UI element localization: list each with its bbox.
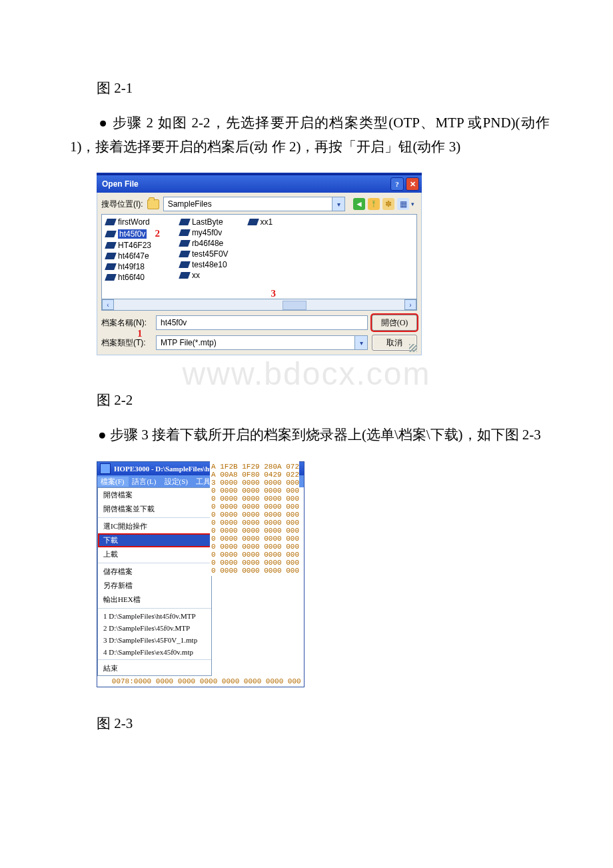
up-icon[interactable]: ⭱ bbox=[368, 198, 380, 210]
chevron-down-icon[interactable]: ▾ bbox=[354, 336, 367, 349]
menu-item[interactable]: 開啓檔案並下載 bbox=[98, 502, 211, 516]
file-item[interactable]: ht66f40 bbox=[106, 273, 160, 282]
file-icon bbox=[179, 272, 191, 279]
file-icon bbox=[105, 231, 117, 237]
file-icon bbox=[105, 219, 117, 225]
menu-item[interactable]: 另存新檔 bbox=[98, 579, 211, 593]
paragraph-step2: ● 步骤 2 如图 2-2，先选择要开启的档案类型(OTP、MTP 或PND)(… bbox=[0, 111, 613, 159]
menu-item[interactable]: 上載 bbox=[98, 547, 211, 561]
dialog-title: Open File bbox=[102, 179, 139, 189]
file-item-selected[interactable]: ht45f0v2 bbox=[106, 228, 160, 239]
file-item[interactable]: firstWord bbox=[106, 217, 160, 227]
menu-item-recent[interactable]: 4 D:\SampleFiles\ex45f0v.mtp bbox=[98, 646, 211, 658]
caption-fig22: 图 2-2 bbox=[0, 391, 613, 409]
scroll-thumb[interactable] bbox=[283, 301, 306, 310]
file-icon bbox=[105, 242, 117, 249]
file-item[interactable]: rb46f48e bbox=[180, 239, 229, 248]
file-icon bbox=[105, 274, 117, 281]
file-icon bbox=[179, 261, 191, 268]
file-icon bbox=[179, 229, 191, 236]
caption-fig23: 图 2-3 bbox=[0, 714, 613, 733]
menu-file[interactable]: 檔案(F) bbox=[97, 477, 129, 487]
menu-item[interactable]: 開啓檔案 bbox=[98, 488, 211, 502]
app-icon bbox=[100, 463, 111, 474]
file-item[interactable]: HT46F23 bbox=[106, 241, 160, 250]
close-button[interactable]: ✕ bbox=[406, 177, 419, 191]
file-icon bbox=[105, 253, 117, 259]
file-icon bbox=[179, 251, 191, 257]
menu-item-recent[interactable]: 3 D:\SampleFiles\45F0V_1.mtp bbox=[98, 634, 211, 646]
menu-item-exit[interactable]: 結束 bbox=[98, 661, 211, 675]
file-menu-dropdown[interactable]: 開啓檔案 開啓檔案並下載 選IC開始操作 下載 上載 儲存檔案 另存新檔 輸出H… bbox=[97, 487, 212, 676]
look-in-label: 搜尋位置(I): bbox=[101, 199, 143, 210]
filename-input[interactable]: ht45f0v bbox=[156, 315, 368, 330]
annotation-2: 2 bbox=[155, 228, 160, 239]
dialog-titlebar: Open File ? ✕ bbox=[97, 175, 422, 193]
annotation-1: 1 bbox=[137, 328, 143, 339]
open-button[interactable]: 開啓(O) bbox=[372, 315, 417, 331]
h-scrollbar[interactable]: ‹ 3 › bbox=[101, 299, 417, 311]
scroll-right[interactable]: › bbox=[404, 299, 416, 310]
help-button[interactable]: ? bbox=[390, 177, 404, 191]
menu-item[interactable]: 選IC開始操作 bbox=[98, 519, 211, 533]
annotation-3: 3 bbox=[271, 288, 276, 299]
filetype-label: 档案類型(T): 1 bbox=[101, 337, 152, 349]
new-folder-icon[interactable]: ✽ bbox=[382, 198, 394, 210]
look-in-value: SampleFiles bbox=[168, 199, 212, 209]
hex-view: A 1F2B 1F29 280A 072 A 00A8 0F80 0429 02… bbox=[210, 461, 299, 576]
watermark: www.bdocx.com bbox=[0, 355, 613, 392]
caption-fig21: 图 2-1 bbox=[0, 79, 613, 97]
back-icon[interactable]: ◄ bbox=[353, 198, 365, 210]
file-icon bbox=[105, 263, 117, 270]
look-in-combo[interactable]: SampleFiles ▾ bbox=[163, 197, 345, 211]
file-icon bbox=[179, 219, 191, 225]
filename-label: 档案名稱(N): bbox=[101, 317, 152, 329]
menu-lang[interactable]: 語言(L) bbox=[129, 477, 161, 487]
file-item[interactable]: xx1 bbox=[249, 217, 273, 227]
view-icon[interactable]: ▦ bbox=[397, 198, 409, 210]
filetype-combo[interactable]: MTP File(*.mtp) ▾ bbox=[156, 335, 368, 350]
chevron-down-icon[interactable]: ▾ bbox=[332, 197, 344, 211]
paragraph-step3-text: ● 步骤 3 接着下载所开启的档案到烧录器上(选单\档案\下载)，如下图 2-3 bbox=[98, 427, 541, 443]
paragraph-step3: ● 步骤 3 接着下载所开启的档案到烧录器上(选单\档案\下载)，如下图 2-3 bbox=[0, 423, 613, 447]
hex-row-bottom: 0078:0000 0000 0000 0000 0000 0000 0000 … bbox=[97, 676, 304, 687]
paragraph-step2-text: ● 步骤 2 如图 2-2，先选择要开启的档案类型(OTP、MTP 或PND)(… bbox=[70, 115, 550, 155]
file-item[interactable]: xx bbox=[180, 271, 229, 280]
file-item[interactable]: ht49f18 bbox=[106, 262, 160, 271]
menu-item-recent[interactable]: 2 D:\SampleFiles\45f0v.MTP bbox=[98, 622, 211, 634]
file-icon bbox=[247, 219, 259, 225]
file-item[interactable]: test48e10 bbox=[180, 260, 229, 269]
menu-item-recent[interactable]: 1 D:\SampleFiles\ht45f0v.MTP bbox=[98, 610, 211, 622]
scroll-left[interactable]: ‹ bbox=[102, 299, 114, 310]
open-file-dialog: Open File ? ✕ 搜尋位置(I): SampleFiles ▾ ◄ bbox=[97, 173, 422, 355]
file-item[interactable]: ht46f47e bbox=[106, 251, 160, 261]
menu-item[interactable]: 輸出HEX檔 bbox=[98, 593, 211, 607]
file-list[interactable]: firstWord ht45f0v2 HT46F23 ht46f47e ht49… bbox=[101, 214, 417, 299]
hope3000-window: HOPE3000 - D:\SampleFiles\ht45f0v.MTP 檔案… bbox=[97, 461, 305, 687]
file-item[interactable]: LastByte bbox=[180, 217, 229, 227]
file-icon bbox=[179, 240, 191, 247]
file-item[interactable]: my45f0v bbox=[180, 228, 229, 237]
folder-icon bbox=[147, 199, 159, 209]
file-item[interactable]: test45F0V bbox=[180, 249, 229, 259]
menu-settings[interactable]: 設定(S) bbox=[161, 477, 193, 487]
menu-item[interactable]: 儲存檔案 bbox=[98, 565, 211, 579]
menu-item-download[interactable]: 下載 bbox=[98, 533, 211, 547]
